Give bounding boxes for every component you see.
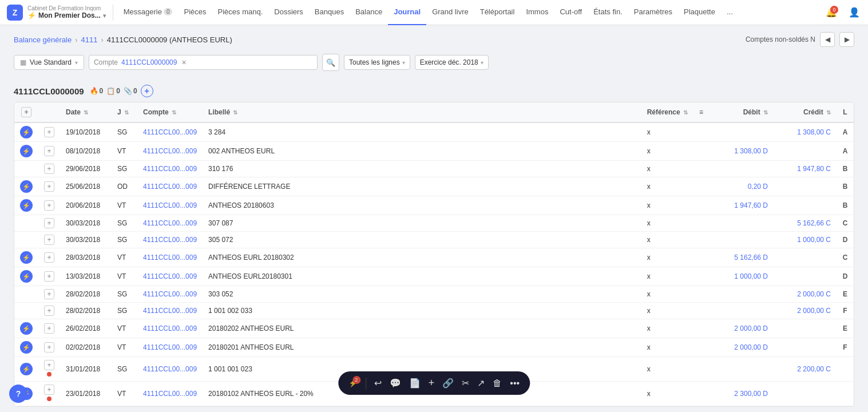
row-date[interactable]: 20/06/2018 (60, 196, 112, 215)
row-plus-button[interactable]: + (44, 252, 54, 263)
help-button[interactable]: ? (9, 385, 27, 403)
nav-immos[interactable]: Immos (520, 0, 554, 25)
row-plus-button[interactable]: + (44, 289, 54, 299)
row-date[interactable]: 02/02/2018 (60, 338, 112, 357)
row-plus-button[interactable]: + (44, 323, 54, 334)
bottom-add-button[interactable]: + (429, 377, 435, 389)
nav-plaquette[interactable]: Plaquette (678, 0, 721, 25)
col-header-filter[interactable]: ≡ (693, 102, 711, 122)
row-compte[interactable]: 4111CCL00...009 (137, 122, 203, 142)
row-compte[interactable]: 4111CCL00...009 (137, 177, 203, 196)
row-plus-button[interactable]: + (44, 235, 54, 245)
lightning-button[interactable]: ⚡ (20, 199, 33, 212)
bottom-more-button[interactable]: ••• (510, 378, 520, 389)
col-header-libelle[interactable]: Libellé ⇅ (203, 102, 641, 122)
row-compte[interactable]: 4111CCL00...009 (137, 248, 203, 267)
row-date[interactable]: 28/03/2018 (60, 248, 112, 267)
lines-select[interactable]: Toutes les lignes ▾ (344, 55, 410, 70)
row-compte[interactable]: 4111CCL00...009 (137, 338, 203, 357)
row-date[interactable]: 13/03/2018 (60, 267, 112, 286)
row-plus-button[interactable]: + (44, 200, 54, 211)
row-date[interactable]: 29/06/2018 (60, 161, 112, 177)
row-plus-button[interactable]: + (44, 218, 54, 228)
lightning-button[interactable]: ⚡ (20, 180, 33, 193)
user-avatar[interactable]: 👤 (845, 3, 863, 22)
bottom-link-button[interactable]: 🔗 (442, 378, 454, 389)
nav-journal[interactable]: Journal (388, 0, 426, 25)
nav-etats-fin[interactable]: États fin. (588, 0, 628, 25)
bottom-comment-button[interactable]: 💬 (390, 378, 401, 389)
add-action-button[interactable]: + (141, 85, 153, 97)
vue-standard-button[interactable]: ▦ Vue Standard ▾ (14, 55, 84, 70)
row-plus-button[interactable]: + (44, 164, 54, 174)
col-header-debit[interactable]: Débit ⇅ (711, 102, 774, 122)
lightning-button[interactable]: ⚡ (20, 363, 33, 375)
row-compte[interactable]: 4111CCL00...009 (137, 142, 203, 161)
row-plus-button[interactable]: + (44, 146, 54, 156)
row-date[interactable]: 26/02/2018 (60, 319, 112, 338)
row-plus-button[interactable]: + (44, 385, 54, 395)
row-compte[interactable]: 4111CCL00...009 (137, 286, 203, 303)
col-header-reference[interactable]: Référence ⇅ (641, 102, 693, 122)
row-plus-button[interactable]: + (44, 127, 54, 137)
lightning-button[interactable]: ⚡ (20, 270, 33, 283)
row-compte[interactable]: 4111CCL00...009 (137, 196, 203, 215)
search-button[interactable]: 🔍 (322, 54, 339, 71)
lightning-button[interactable]: ⚡ (20, 251, 33, 264)
row-date[interactable]: 23/01/2018 (60, 382, 112, 406)
row-compte[interactable]: 4111CCL00...009 (137, 357, 203, 382)
row-plus-button[interactable]: + (44, 342, 54, 352)
bottom-expand-button[interactable]: ↗ (477, 378, 485, 389)
nav-more[interactable]: ... (721, 0, 739, 25)
exercice-select[interactable]: Exercice déc. 2018 ▾ (415, 55, 489, 70)
bottom-delete-button[interactable]: 🗑 (493, 378, 502, 389)
nav-teleportail[interactable]: Téléportail (474, 0, 521, 25)
notification-button[interactable]: 🔔 0 (822, 3, 841, 22)
lightning-button[interactable]: ⚡ (20, 126, 33, 138)
col-header-credit[interactable]: Crédit ⇅ (774, 102, 837, 122)
row-date[interactable]: 31/01/2018 (60, 357, 112, 382)
row-compte[interactable]: 4111CCL00...009 (137, 319, 203, 338)
row-date[interactable]: 30/03/2018 (60, 232, 112, 248)
lightning-button[interactable]: ⚡ (20, 322, 33, 335)
nav-banques[interactable]: Banques (309, 0, 350, 25)
bottom-undo-button[interactable]: ↩ (374, 378, 382, 389)
row-compte[interactable]: 4111CCL00...009 (137, 303, 203, 319)
nav-parametres[interactable]: Paramètres (628, 0, 678, 25)
row-date[interactable]: 19/10/2018 (60, 122, 112, 142)
nav-grand-livre[interactable]: Grand livre (426, 0, 474, 25)
nav-messagerie[interactable]: Messagerie 0 (118, 0, 179, 25)
row-compte[interactable]: 4111CCL00...009 (137, 267, 203, 286)
nav-dossiers[interactable]: Dossiers (268, 0, 309, 25)
nav-cut-off[interactable]: Cut-off (554, 0, 588, 25)
row-compte[interactable]: 4111CCL00...009 (137, 382, 203, 406)
prev-account-button[interactable]: ◀ (820, 32, 835, 47)
logo-area[interactable]: Z Cabinet De Formation Inqom ⚡ Mon Premi… (5, 5, 113, 21)
row-plus-button[interactable]: + (44, 181, 54, 192)
row-compte[interactable]: 4111CCL00...009 (137, 161, 203, 177)
clear-compte-button[interactable]: × (181, 58, 186, 67)
lightning-button[interactable]: ⚡ (20, 341, 33, 354)
row-date[interactable]: 30/03/2018 (60, 215, 112, 232)
nav-pieces[interactable]: Pièces (178, 0, 212, 25)
row-plus-button[interactable]: + (44, 360, 54, 370)
col-header-j[interactable]: J ⇅ (112, 102, 137, 122)
col-header-compte[interactable]: Compte ⇅ (137, 102, 203, 122)
row-date[interactable]: 25/06/2018 (60, 177, 112, 196)
row-plus-button[interactable]: + (44, 271, 54, 282)
breadcrumb-balance-generale[interactable]: Balance générale (14, 35, 72, 44)
col-header-date[interactable]: Date ⇅ (60, 102, 112, 122)
next-account-button[interactable]: ▶ (839, 32, 854, 47)
row-compte[interactable]: 4111CCL00...009 (137, 215, 203, 232)
row-date[interactable]: 28/02/2018 (60, 286, 112, 303)
row-date[interactable]: 08/10/2018 (60, 142, 112, 161)
row-compte[interactable]: 4111CCL00...009 (137, 232, 203, 248)
lightning-button[interactable]: ⚡ (20, 145, 33, 157)
bottom-scissors-button[interactable]: ✂ (462, 378, 469, 389)
row-date[interactable]: 28/02/2018 (60, 303, 112, 319)
bottom-badge-button[interactable]: ⚡ 2 (348, 379, 358, 387)
breadcrumb-4111[interactable]: 4111 (81, 35, 98, 44)
nav-pieces-manq[interactable]: Pièces manq. (212, 0, 269, 25)
nav-balance[interactable]: Balance (350, 0, 388, 25)
add-row-button[interactable]: + (21, 107, 31, 117)
